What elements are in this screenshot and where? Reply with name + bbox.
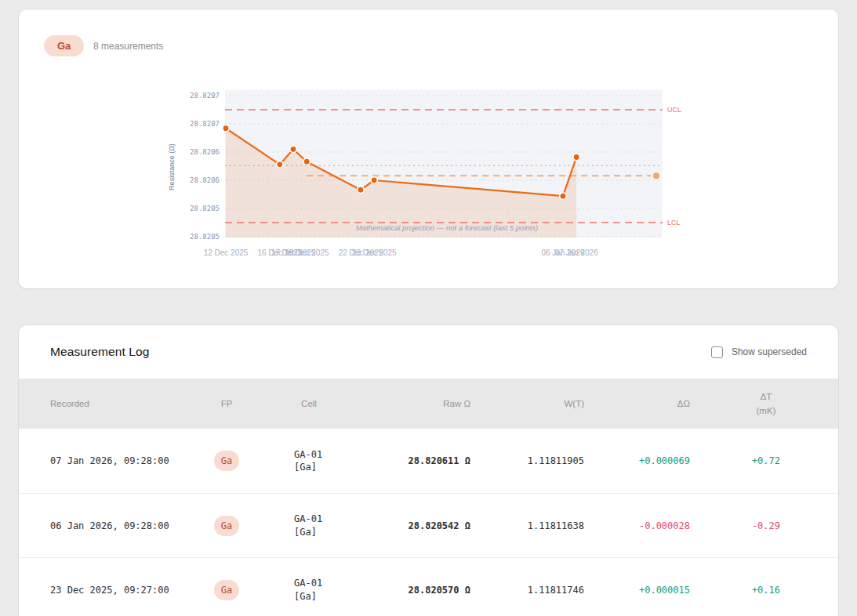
raw-ohm-cell: 28.820611 Ω [356,455,470,466]
cell-id: GA-01 [Ga] [294,448,324,473]
cell-id-cell: GA-01 [Ga] [262,513,356,538]
data-point[interactable] [303,158,310,165]
recorded-cell: 23 Dec 2025, 09:27:00 [50,585,191,596]
table-row[interactable]: 23 Dec 2025, 09:27:00GaGA-01 [Ga]28.8205… [19,557,838,616]
y-tick-label: 28.8205 [190,205,220,212]
log-title: Measurement Log [50,345,149,359]
raw-ohm-cell: 28.820570 Ω [356,585,470,596]
delta-t-cell: -0.29 [690,520,780,531]
cell-id: GA-01 [Ga] [294,577,324,602]
column-header-5: W(T) [470,399,584,408]
show-superseded-label[interactable]: Show superseded [732,346,807,357]
data-point[interactable] [290,146,296,152]
fp-badge: Ga [214,516,239,536]
column-header-3: Cell [262,399,356,408]
log-titlebar: Measurement Log Show superseded [19,325,838,379]
column-header-6: ΔΩ [584,399,690,408]
column-header-1: Recorded [50,399,191,408]
projection-endpoint [653,172,659,179]
control-chart: UCLLCL28.820728.820728.820628.820628.820… [165,85,698,269]
wt-cell: 1.11811746 [470,585,584,596]
data-point[interactable] [560,193,566,199]
y-axis-title: Resistance (Ω) [168,143,176,190]
ucl-label: UCL [667,106,681,114]
column-header-7: ΔT (mK) [690,390,780,419]
wt-cell: 1.11811905 [470,455,584,466]
lcl-label: LCL [667,219,681,226]
table-row[interactable]: 07 Jan 2026, 09:28:00GaGA-01 [Ga]28.8206… [19,429,838,493]
fp-badge: Ga [214,451,239,471]
measurement-log-card: Measurement Log Show superseded Recorded… [19,325,838,616]
column-header-4: Raw Ω [356,399,470,408]
delta-ohm-cell: -0.000028 [584,520,690,531]
cell-id-cell: GA-01 [Ga] [262,577,356,602]
x-tick-label: 18 Dec 2025 [285,248,329,257]
summary-card: Ga 8 measurements UCLLCL28.820728.820728… [19,9,838,288]
fp-cell: Ga [191,580,262,600]
recorded-cell: 07 Jan 2026, 09:28:00 [50,455,191,466]
data-point[interactable] [371,177,377,183]
delta-ohm-cell: +0.000015 [584,585,690,596]
show-superseded-control: Show superseded [711,346,807,358]
data-point[interactable] [277,161,283,168]
delta-ohm-cell: +0.000069 [584,455,690,466]
cell-id-cell: GA-01 [Ga] [262,448,356,473]
cell-id: GA-01 [Ga] [294,513,324,538]
fp-cell: Ga [191,451,262,471]
measurement-count-label: 8 measurements [93,41,163,52]
data-point[interactable] [358,187,364,193]
y-tick-label: 28.8206 [190,148,220,156]
x-tick-label: 07 Jan 2026 [555,248,598,257]
x-tick-label: 23 Dec 2025 [352,248,397,257]
y-tick-label: 28.8205 [190,233,220,241]
y-tick-label: 28.8207 [190,120,220,128]
projection-annotation: Mathematical projection — not a forecast… [356,223,538,232]
log-table-header: RecordedFPCellRaw ΩW(T)ΔΩΔT (mK) [19,379,838,429]
raw-ohm-cell: 28.820542 Ω [356,520,470,531]
column-header-2: FP [191,399,262,408]
show-superseded-checkbox[interactable] [711,346,723,358]
wt-cell: 1.11811638 [470,520,584,531]
delta-t-cell: +0.72 [690,455,780,466]
x-tick-label: 12 Dec 2025 [204,248,249,257]
fixed-point-badge[interactable]: Ga [44,35,84,56]
fp-cell: Ga [191,516,262,536]
data-point[interactable] [573,154,579,160]
table-row[interactable]: 06 Jan 2026, 09:28:00GaGA-01 [Ga]28.8205… [19,493,838,557]
log-table-body: 07 Jan 2026, 09:28:00GaGA-01 [Ga]28.8206… [19,429,838,616]
y-tick-label: 28.8206 [190,176,220,184]
delta-t-cell: +0.16 [690,585,780,596]
y-tick-label: 28.8207 [190,92,220,100]
fp-badge: Ga [214,580,239,600]
recorded-cell: 06 Jan 2026, 09:28:00 [50,520,191,531]
data-point[interactable] [223,125,229,132]
